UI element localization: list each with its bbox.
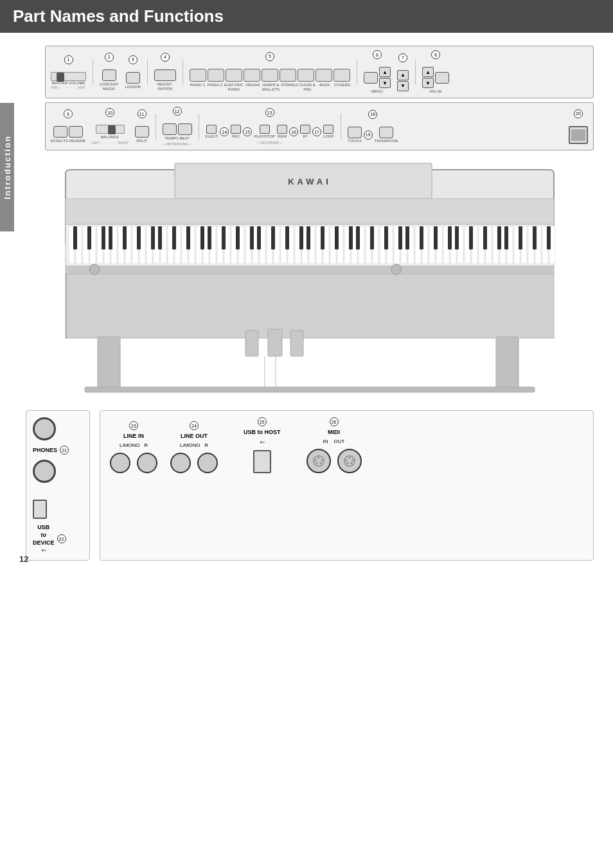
line-out-r-jack — [197, 453, 218, 473]
rew-btn[interactable] — [277, 125, 287, 134]
piano-illustration-container: KAWAI — [46, 157, 573, 404]
usb-host-connector — [253, 450, 271, 473]
svg-rect-115 — [245, 330, 258, 356]
epiano-btn[interactable] — [226, 69, 242, 82]
svg-rect-76 — [102, 226, 105, 249]
line-in-l-jack — [110, 453, 130, 473]
organ-btn[interactable] — [244, 69, 260, 82]
down-btn-7[interactable]: ▼ — [397, 81, 409, 91]
svg-rect-84 — [200, 226, 204, 249]
strings-btn[interactable] — [280, 69, 296, 82]
bottom-control-strip: 9 EFFECTS REVERB 10 BALANCE LEFT · · · ·… — [45, 102, 594, 150]
elect-btn[interactable] — [206, 125, 217, 134]
touch-btn[interactable] — [348, 127, 362, 138]
line-in-sublabel: L/MONO R — [120, 442, 148, 448]
volume-slider[interactable] — [51, 72, 86, 81]
svg-rect-116 — [268, 329, 282, 356]
piano1-btn[interactable] — [190, 69, 206, 82]
svg-rect-101 — [405, 226, 409, 249]
usb-device-port — [33, 500, 47, 519]
ctrl-concert-magic: 2 CONCERTMAGIC — [100, 53, 119, 91]
value-btn[interactable] — [435, 72, 449, 84]
down-btn[interactable]: ▼ — [379, 78, 391, 88]
piano2-btn[interactable] — [208, 69, 224, 82]
svg-point-129 — [317, 457, 319, 458]
rec-btn[interactable] — [231, 125, 241, 134]
loop-btn[interactable] — [323, 125, 333, 134]
svg-rect-77 — [109, 226, 112, 249]
usb-device-connector — [33, 500, 47, 519]
svg-rect-100 — [398, 226, 402, 249]
choir-btn[interactable] — [298, 69, 314, 82]
phones-jack-1 — [33, 417, 56, 440]
ctrl-value: 8 ▲ ▼ VALUE — [422, 50, 449, 94]
page-title: Part Names and Functions — [13, 6, 224, 26]
up-btn[interactable]: ▲ — [379, 67, 391, 77]
phones-jack-circle-2 — [33, 460, 56, 483]
phones-jack-2 — [33, 460, 56, 483]
split-btn[interactable] — [135, 126, 149, 138]
ctrl-split: 11 SPLIT — [135, 109, 149, 143]
svg-rect-3 — [66, 199, 554, 224]
svg-rect-104 — [448, 226, 452, 249]
svg-rect-98 — [370, 226, 374, 249]
transpose-btn[interactable] — [379, 127, 393, 138]
svg-rect-114 — [66, 274, 554, 338]
svg-point-135 — [348, 457, 350, 458]
svg-rect-94 — [321, 226, 324, 249]
svg-rect-88 — [250, 226, 254, 249]
phones-usb-column: PHONES 21 USBtoDEVICE ⇐ 22 — [26, 410, 90, 561]
value-up-btn[interactable]: ▲ — [422, 67, 434, 77]
svg-rect-118 — [98, 337, 120, 388]
registration-btn[interactable] — [154, 69, 176, 81]
ctrl-effects: 9 EFFECTS REVERB — [51, 109, 85, 143]
svg-rect-79 — [137, 226, 141, 249]
reverb-btn[interactable] — [69, 126, 83, 138]
svg-point-128 — [321, 459, 323, 461]
svg-rect-95 — [335, 226, 339, 249]
svg-point-137 — [350, 462, 352, 464]
others-btn[interactable] — [333, 69, 350, 82]
tempo-btn[interactable] — [163, 123, 177, 135]
up-btn-7[interactable]: ▲ — [397, 70, 409, 80]
ctrl-section7: 7 ▲ ▼ — [397, 53, 409, 91]
midi-group: 26 MIDI IN OUT — [306, 417, 362, 473]
svg-rect-96 — [349, 226, 353, 249]
svg-rect-111 — [533, 226, 537, 249]
svg-rect-103 — [434, 226, 438, 249]
svg-point-123 — [89, 264, 100, 275]
line-connectors-row: 23 LINE IN L/MONO R 24 LINE OUT L/MON — [110, 417, 583, 473]
ctrl-touch-transpose: 18 TOUCH 19 TRANSPOSE — [348, 110, 398, 143]
phones-label: PHONES — [33, 447, 57, 453]
svg-rect-87 — [236, 226, 240, 249]
midi-in-connector — [306, 449, 331, 473]
lesson-btn[interactable] — [126, 72, 140, 84]
svg-rect-112 — [547, 226, 551, 249]
ff-btn[interactable] — [300, 125, 310, 134]
balance-slider[interactable] — [96, 125, 125, 134]
playstop-btn[interactable] — [260, 125, 270, 134]
line-out-sublabel: L/MONO R — [180, 442, 208, 448]
svg-rect-105 — [455, 226, 459, 249]
ctrl-registration: 4 REGIST-RATION — [154, 53, 176, 91]
menu-btn[interactable] — [364, 72, 378, 84]
phones-jack-circle-1 — [33, 417, 56, 440]
line-out-group: 24 LINE OUT L/MONO R — [170, 421, 218, 473]
svg-point-136 — [346, 462, 348, 464]
bass-btn[interactable] — [315, 69, 332, 82]
value-down-btn[interactable]: ▼ — [422, 78, 434, 88]
line-in-group: 23 LINE IN L/MONO R — [110, 421, 157, 473]
ctrl-menu: 6 ▲ ▼ MENU — [364, 50, 391, 94]
harps-btn[interactable] — [262, 69, 278, 82]
svg-point-131 — [319, 462, 321, 464]
svg-rect-78 — [123, 226, 127, 249]
effects-btn[interactable] — [53, 126, 67, 138]
svg-rect-83 — [186, 226, 190, 249]
svg-rect-85 — [208, 226, 211, 249]
svg-rect-106 — [469, 226, 473, 249]
concert-magic-btn[interactable] — [102, 69, 116, 81]
beat-btn[interactable] — [178, 123, 192, 135]
svg-rect-108 — [497, 226, 501, 249]
svg-rect-89 — [257, 226, 261, 249]
top-control-strip: 1 MASTER VOLUME MIN ← · · · · · · · · · … — [45, 46, 594, 98]
